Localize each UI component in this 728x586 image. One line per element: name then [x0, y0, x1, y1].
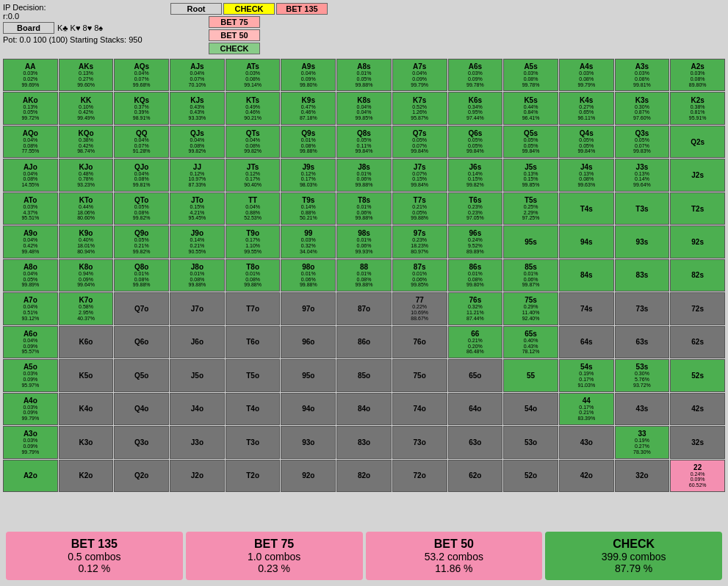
hand-Q4s[interactable]: Q4s0.05%0.05%99.84%: [559, 126, 614, 158]
hand-J2s[interactable]: J2s: [670, 159, 725, 191]
hand-65s[interactable]: 65s0.40%0.43%78.12%: [503, 326, 558, 358]
hand-93s[interactable]: 93s: [615, 225, 670, 258]
hand-TT[interactable]: TT0.04%0.88%52.53%: [226, 192, 281, 225]
hand-T9o[interactable]: T9o0.17%1.10%99.55%: [226, 225, 281, 258]
hand-T3o[interactable]: T3o: [226, 426, 281, 458]
check-right-button[interactable]: CHECK: [209, 43, 260, 54]
hand-T8s[interactable]: T8s0.01%0.06%99.88%: [336, 192, 392, 225]
hand-88[interactable]: 880.01%0.08%99.88%: [336, 259, 392, 292]
hand-J4o[interactable]: J4o: [170, 393, 225, 425]
hand-J3s[interactable]: J3s0.13%0.14%99.64%: [615, 159, 670, 191]
hand-22[interactable]: 220.24%0.09%60.52%: [670, 460, 725, 492]
hand-AQs[interactable]: AQs0.04%0.07%99.68%: [114, 59, 169, 91]
hand-AKs[interactable]: AKs0.13%0.27%99.60%: [59, 59, 114, 91]
hand-86o[interactable]: 86o: [336, 326, 392, 358]
hand-T2o[interactable]: T2o: [226, 460, 281, 492]
hand-A8s[interactable]: A8s0.01%0.05%99.88%: [336, 59, 392, 91]
hand-Q9s[interactable]: Q9s0.01%0.08%99.88%: [281, 126, 336, 158]
hand-42s[interactable]: 42s: [670, 393, 725, 425]
hand-JJ[interactable]: JJ0.12%10.97%87.33%: [170, 159, 225, 191]
hand-62o[interactable]: 62o: [448, 460, 503, 492]
hand-T3s[interactable]: T3s: [615, 192, 670, 225]
hand-86s[interactable]: 86s0.01%0.08%99.80%: [448, 259, 503, 292]
hand-43s[interactable]: 43s: [615, 393, 670, 425]
hand-KTs[interactable]: KTs0.49%0.46%90.21%: [226, 92, 281, 124]
hand-J6s[interactable]: J6s0.14%0.15%99.82%: [448, 159, 503, 191]
hand-63s[interactable]: 63s: [615, 326, 670, 358]
hand-K6o[interactable]: K6o: [59, 326, 114, 358]
hand-84o[interactable]: 84o: [336, 393, 392, 425]
hand-J4s[interactable]: J4s0.13%0.08%99.63%: [559, 159, 614, 191]
hand-K9s[interactable]: K9s0.47%0.46%87.18%: [281, 92, 336, 124]
hand-JTs[interactable]: JTs0.12%0.17%90.40%: [226, 159, 281, 191]
hand-43o[interactable]: 43o: [559, 426, 614, 458]
hand-T8o[interactable]: T8o0.01%0.08%99.88%: [226, 259, 281, 292]
hand-K4s[interactable]: K4s0.27%0.65%96.11%: [559, 92, 614, 124]
hand-99[interactable]: 990.03%0.32%34.04%: [281, 225, 336, 258]
bet50-button[interactable]: BET 50: [209, 29, 260, 41]
hand-QTs[interactable]: QTs0.04%0.08%99.82%: [226, 126, 281, 158]
hand-54o[interactable]: 54o: [503, 393, 558, 425]
hand-73o[interactable]: 73o: [392, 426, 447, 458]
hand-Q3o[interactable]: Q3o: [114, 426, 169, 458]
hand-94s[interactable]: 94s: [559, 225, 614, 258]
hand-K5o[interactable]: K5o: [59, 359, 114, 391]
hand-84s[interactable]: 84s: [559, 259, 614, 292]
hand-T5o[interactable]: T5o: [226, 359, 281, 391]
hand-JTo[interactable]: JTo0.15%4.21%95.45%: [170, 192, 225, 225]
hand-J7o[interactable]: J7o: [170, 292, 225, 325]
hand-Q8s[interactable]: Q8s0.05%0.11%99.84%: [336, 126, 392, 158]
hand-J8s[interactable]: J8s0.01%0.06%99.88%: [336, 159, 392, 191]
hand-T9s[interactable]: T9s0.14%0.88%50.21%: [281, 192, 336, 225]
hand-A5o[interactable]: A5o0.03%0.09%95.97%: [3, 359, 58, 391]
hand-77[interactable]: 770.22%10.69%88.67%: [392, 292, 447, 325]
hand-Q9o[interactable]: Q9o0.05%0.21%99.82%: [114, 225, 169, 258]
hand-QJo[interactable]: QJo0.04%0.08%99.81%: [114, 159, 169, 191]
hand-KK[interactable]: KK0.10%0.42%99.49%: [59, 92, 114, 124]
root-button[interactable]: Root: [170, 3, 222, 15]
hand-74s[interactable]: 74s: [559, 292, 614, 325]
hand-64s[interactable]: 64s: [559, 326, 614, 358]
hand-53s[interactable]: 53s0.30%5.76%93.72%: [615, 359, 670, 391]
hand-Q6s[interactable]: Q6s0.05%0.05%99.84%: [448, 126, 503, 158]
hand-75o[interactable]: 75o: [392, 359, 447, 391]
hand-AQo[interactable]: AQo0.04%0.08%77.55%: [3, 126, 58, 158]
hand-82s[interactable]: 82s: [670, 259, 725, 292]
hand-T6o[interactable]: T6o: [226, 326, 281, 358]
hand-52o[interactable]: 52o: [503, 460, 558, 492]
hand-T7o[interactable]: T7o: [226, 292, 281, 325]
hand-98o[interactable]: 98o0.01%0.06%99.88%: [281, 259, 336, 292]
hand-KTo[interactable]: KTo0.44%18.06%80.60%: [59, 192, 114, 225]
hand-J5o[interactable]: J5o: [170, 359, 225, 391]
hand-72s[interactable]: 72s: [670, 292, 725, 325]
hand-54s[interactable]: 54s0.19%0.17%91.03%: [559, 359, 614, 391]
hand-94o[interactable]: 94o: [281, 393, 336, 425]
hand-A6o[interactable]: A6o0.04%0.09%95.57%: [3, 326, 58, 358]
hand-KJs[interactable]: KJs0.43%0.43%93.33%: [170, 92, 225, 124]
hand-K7s[interactable]: K7s0.52%1.26%95.87%: [392, 92, 447, 124]
hand-K8o[interactable]: K8o0.94%0.09%99.64%: [59, 259, 114, 292]
hand-A8o[interactable]: A8o0.04%0.05%99.89%: [3, 259, 58, 292]
hand-Q3s[interactable]: Q3s0.05%0.07%99.83%: [615, 126, 670, 158]
hand-63o[interactable]: 63o: [448, 426, 503, 458]
hand-J3o[interactable]: J3o: [170, 426, 225, 458]
hand-92o[interactable]: 92o: [281, 460, 336, 492]
hand-72o[interactable]: 72o: [392, 460, 447, 492]
hand-J8o[interactable]: J8o0.01%0.08%99.88%: [170, 259, 225, 292]
bet75-button[interactable]: BET 75: [209, 16, 260, 28]
hand-52s[interactable]: 52s: [670, 359, 725, 391]
hand-A9o[interactable]: A9o0.04%0.42%99.48%: [3, 225, 58, 258]
hand-92s[interactable]: 92s: [670, 225, 725, 258]
hand-87o[interactable]: 87o: [336, 292, 392, 325]
hand-A7s[interactable]: A7s0.04%0.09%99.79%: [392, 59, 447, 91]
hand-J6o[interactable]: J6o: [170, 326, 225, 358]
hand-44[interactable]: 440.17%0.21%83.39%: [559, 393, 614, 425]
hand-73s[interactable]: 73s: [615, 292, 670, 325]
hand-32o[interactable]: 32o: [615, 460, 670, 492]
hand-KQo[interactable]: KQo0.38%0.42%98.74%: [59, 126, 114, 158]
hand-K8s[interactable]: K8s0.04%0.04%99.85%: [336, 92, 392, 124]
hand-83s[interactable]: 83s: [615, 259, 670, 292]
hand-T2s[interactable]: T2s: [670, 192, 725, 225]
hand-96s[interactable]: 96s0.24%9.52%89.89%: [448, 225, 503, 258]
hand-K7o[interactable]: K7o0.58%2.95%40.37%: [59, 292, 114, 325]
